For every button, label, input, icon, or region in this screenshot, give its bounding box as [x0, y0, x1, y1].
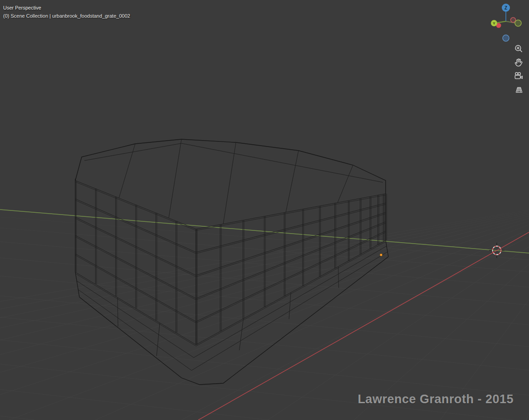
- gizmo-xneg-axis-ball[interactable]: [511, 18, 516, 23]
- move-view-button[interactable]: [513, 57, 524, 68]
- zoom-button[interactable]: [513, 43, 524, 54]
- viewport-canvas[interactable]: [0, 0, 529, 420]
- wireframe-object-foodstand-grate[interactable]: [75, 139, 388, 385]
- perspective-grid-icon: [514, 84, 524, 94]
- object-origin-dot: [380, 254, 382, 256]
- perspective-toggle-button[interactable]: [513, 84, 524, 95]
- camera-icon: [514, 71, 524, 81]
- gizmo-z-label: Z: [505, 5, 507, 10]
- gizmo-y-line: [497, 21, 506, 23]
- hand-icon: [514, 57, 524, 67]
- gizmo-y-label: Y: [493, 21, 495, 25]
- breadcrumb: (0) Scene Collection | urbanbrook_foodst…: [3, 12, 130, 20]
- viewport-tools: [513, 43, 524, 98]
- watermark: Lawrence Granroth - 2015: [358, 392, 514, 406]
- camera-view-button[interactable]: [513, 70, 524, 81]
- view-perspective-label: User Perspective: [3, 4, 130, 12]
- viewport-header: User Perspective (0) Scene Collection | …: [3, 4, 130, 20]
- navigation-gizmo[interactable]: Y Z: [490, 3, 522, 44]
- gizmo-zneg-axis-ball[interactable]: [503, 35, 509, 41]
- blender-3d-viewport: User Perspective (0) Scene Collection | …: [0, 0, 529, 420]
- zoom-icon: [514, 44, 524, 54]
- gizmo-yneg-axis-ball[interactable]: [515, 20, 521, 26]
